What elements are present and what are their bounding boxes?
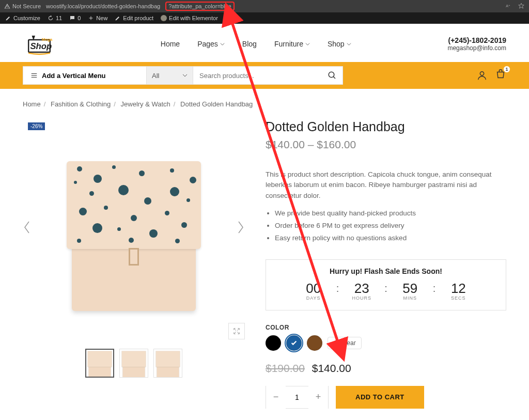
- header-contact: (+245)-1802-2019 megashop@info.com: [447, 36, 506, 52]
- search-input[interactable]: [193, 72, 322, 80]
- thumbnail-3[interactable]: [153, 349, 182, 378]
- feature-item: We provide best quality hand-picked prod…: [275, 207, 506, 220]
- chevron-down-icon: [220, 42, 225, 46]
- security-badge: Not Secure: [4, 3, 41, 9]
- svg-text:A⁺: A⁺: [506, 4, 510, 8]
- discount-badge: -26%: [28, 122, 45, 130]
- cd-mins: 59: [392, 281, 429, 297]
- feature-list: We provide best quality hand-picked prod…: [266, 207, 506, 245]
- countdown-box: Hurry up! Flash Sale Ends Soon! 00DAYS :…: [266, 259, 506, 310]
- product-description: This is product short description. Capic…: [266, 169, 506, 201]
- refresh-icon: [48, 15, 54, 21]
- admin-edit-elementor[interactable]: Edit with Elementor: [161, 15, 218, 21]
- cd-days: 00: [295, 281, 332, 297]
- product-gallery: -26%: [23, 117, 245, 409]
- nav-blog[interactable]: Blog: [242, 40, 257, 48]
- thumbnail-2[interactable]: [119, 349, 148, 378]
- thumbnail-1[interactable]: [85, 349, 114, 378]
- cart-icon[interactable]: 1: [495, 69, 506, 82]
- chevron-down-icon: [305, 42, 310, 46]
- qty-plus[interactable]: +: [308, 386, 328, 409]
- contact-phone: (+245)-1802-2019: [447, 36, 506, 44]
- refresh-icon: [333, 340, 339, 346]
- favorite-icon[interactable]: [518, 3, 525, 10]
- color-label: COLOR: [266, 324, 506, 331]
- clear-button[interactable]: Clear: [328, 337, 362, 349]
- chevron-down-icon: [182, 73, 188, 78]
- countdown-title: Hurry up! Flash Sale Ends Soon!: [271, 267, 501, 275]
- cart-badge: 1: [503, 66, 510, 73]
- crumb-home[interactable]: Home: [23, 100, 41, 108]
- contact-email: megashop@info.com: [447, 44, 506, 52]
- comment-icon: [69, 15, 75, 21]
- next-image-button[interactable]: [237, 221, 245, 236]
- warning-icon: [4, 3, 10, 9]
- svg-point-5: [480, 72, 484, 75]
- pencil-icon: [115, 15, 121, 21]
- feature-item: Order before 6 PM to get express deliver…: [275, 220, 506, 232]
- handbag-image: [67, 161, 201, 311]
- browser-address-bar: Not Secure woostify.local/product/dotted…: [0, 0, 529, 12]
- nav-furniture[interactable]: Furniture: [274, 40, 310, 48]
- cd-hours: 23: [343, 281, 380, 297]
- thumbnail-row: [23, 349, 245, 378]
- crumb-current: Dotted Golden Handbag: [180, 100, 253, 108]
- wp-admin-bar: Customize 11 0 New Edit product Edit wit…: [0, 12, 529, 24]
- product-info: Dotted Golden Handbag $140.00 – $160.00 …: [266, 117, 506, 409]
- svg-point-4: [329, 72, 334, 77]
- nav-shop[interactable]: Shop: [328, 40, 351, 48]
- crumb-cat1[interactable]: Fashition & Clothing: [51, 100, 111, 108]
- admin-edit-product[interactable]: Edit product: [115, 15, 153, 21]
- search-button[interactable]: [322, 66, 343, 85]
- cd-secs: 12: [440, 281, 477, 297]
- swatch-brown[interactable]: [307, 335, 322, 351]
- check-icon: [290, 339, 298, 347]
- prev-image-button[interactable]: [23, 221, 31, 236]
- breadcrumb: Home/ Fashition & Clothing/ Jewelry & Wa…: [0, 89, 529, 112]
- site-header: Mega Shop Home Pages Blog Furniture Shop…: [0, 24, 529, 62]
- zoom-button[interactable]: [228, 323, 245, 339]
- admin-comments[interactable]: 0: [69, 15, 81, 21]
- url-query-highlight: ?attribute_pa_color=blue: [165, 2, 234, 11]
- admin-customize[interactable]: Customize: [5, 15, 40, 21]
- elementor-icon: [161, 15, 167, 21]
- new-price: $140.00: [312, 362, 351, 374]
- svg-text:Shop: Shop: [30, 41, 52, 51]
- admin-new[interactable]: New: [88, 15, 107, 21]
- account-icon[interactable]: [476, 70, 488, 81]
- product-section: -26%: [0, 112, 529, 409]
- main-nav: Home Pages Blog Furniture Shop: [161, 40, 351, 48]
- nav-home[interactable]: Home: [161, 40, 180, 48]
- category-select[interactable]: All: [147, 66, 193, 85]
- color-swatches: Clear: [266, 335, 506, 351]
- read-aloud-icon[interactable]: A⁺: [505, 3, 512, 10]
- brush-icon: [5, 15, 11, 21]
- product-title: Dotted Golden Handbag: [266, 119, 506, 134]
- svg-text:Mega: Mega: [42, 37, 53, 42]
- variation-price: $190.00 $140.00: [266, 362, 506, 375]
- feature-item: Easy return policy with no questions ask…: [275, 232, 506, 244]
- header-icons: 1: [476, 69, 506, 82]
- search-box: [193, 66, 343, 85]
- search-icon: [328, 71, 337, 80]
- url-domain[interactable]: woostify.local/product/dotted-golden-han…: [46, 3, 160, 9]
- vertical-menu-button[interactable]: Add a Vertical Menu: [23, 66, 147, 85]
- site-logo[interactable]: Mega Shop: [23, 31, 64, 57]
- add-to-cart-button[interactable]: ADD TO CART: [336, 386, 424, 409]
- buy-row: − + ADD TO CART: [266, 386, 506, 409]
- plus-icon: [88, 15, 94, 21]
- toolbar-bar: Add a Vertical Menu All 1: [0, 62, 529, 89]
- chevron-down-icon: [347, 42, 351, 46]
- swatch-blue[interactable]: [286, 335, 302, 351]
- nav-pages[interactable]: Pages: [197, 40, 225, 48]
- quantity-stepper: − +: [266, 386, 329, 409]
- price-range: $140.00 – $160.00: [266, 138, 506, 151]
- main-image: [23, 117, 245, 339]
- old-price: $190.00: [266, 362, 305, 374]
- qty-input[interactable]: [286, 393, 308, 401]
- admin-updates[interactable]: 11: [48, 15, 62, 21]
- swatch-black[interactable]: [266, 335, 281, 351]
- crumb-cat2[interactable]: Jewelry & Watch: [121, 100, 170, 108]
- qty-minus[interactable]: −: [266, 386, 286, 409]
- hamburger-icon: [30, 72, 38, 79]
